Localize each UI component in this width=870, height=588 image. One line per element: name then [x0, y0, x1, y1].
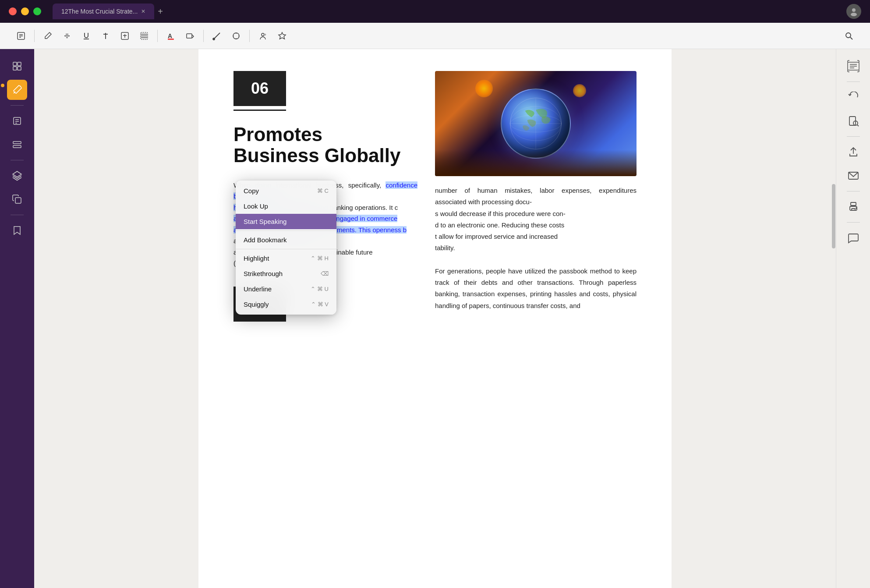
svg-rect-39: [15, 198, 21, 203]
sidebar-item-highlight[interactable]: [7, 80, 27, 100]
underline-icon[interactable]: [78, 28, 94, 44]
menu-item-copy-label: Copy: [244, 187, 259, 195]
text-icon[interactable]: [98, 28, 113, 44]
toolbar-divider-1: [34, 30, 35, 42]
person-icon[interactable]: [255, 28, 271, 44]
share-icon[interactable]: [843, 142, 863, 162]
scroll-track[interactable]: [831, 49, 836, 588]
strikethrough-icon[interactable]: [59, 28, 75, 44]
comment-icon[interactable]: [843, 228, 863, 248]
sidebar-item-list[interactable]: [7, 135, 27, 155]
right-text-paragraph: For generations, people have utilized th…: [435, 266, 637, 312]
svg-rect-55: [852, 209, 855, 210]
email-icon[interactable]: [843, 166, 863, 186]
svg-rect-27: [13, 62, 17, 66]
chapter-underline: [233, 110, 286, 111]
right-sidebar-divider-3: [847, 191, 860, 191]
menu-item-underline-shortcut: ⌃ ⌘ U: [311, 286, 329, 292]
right-column: number of human mistakes, labor expenses…: [435, 71, 637, 322]
menu-divider-1: [236, 230, 336, 231]
menu-item-highlight-label: Highlight: [244, 255, 269, 262]
svg-point-1: [851, 13, 857, 16]
sidebar-item-thumbnails[interactable]: [7, 56, 27, 76]
sidebar-left: [0, 49, 34, 588]
svg-point-21: [213, 38, 215, 40]
sidebar-item-copy[interactable]: [7, 189, 27, 209]
pen-icon[interactable]: [40, 28, 56, 44]
sidebar-item-bookmark[interactable]: [7, 220, 27, 241]
toolbar: A: [0, 23, 870, 49]
svg-rect-18: [168, 39, 174, 40]
traffic-lights: [9, 7, 41, 15]
note-icon[interactable]: [13, 28, 29, 44]
svg-line-26: [850, 37, 852, 39]
menu-item-speak[interactable]: Start Speaking: [236, 214, 336, 229]
toolbar-divider-2: [157, 30, 158, 42]
refresh-icon[interactable]: [843, 87, 863, 107]
close-button[interactable]: [9, 7, 17, 15]
sidebar-right: [836, 49, 870, 588]
print-icon[interactable]: [843, 197, 863, 217]
scroll-thumb[interactable]: [832, 184, 835, 249]
fill-color-icon[interactable]: [182, 28, 198, 44]
ocr-icon[interactable]: [843, 56, 863, 76]
text-box-icon[interactable]: [117, 28, 133, 44]
line-draw-icon[interactable]: [209, 28, 225, 44]
content-area: 06 Promotes Business Globally When doing…: [34, 49, 836, 588]
right-sidebar-divider-1: [847, 81, 860, 82]
svg-line-51: [857, 125, 859, 126]
svg-rect-29: [13, 67, 17, 70]
right-body-text: number of human mistakes, labor expenses…: [435, 185, 637, 312]
menu-item-lookup[interactable]: Look Up: [236, 198, 336, 214]
svg-rect-53: [851, 202, 856, 205]
text-color-icon[interactable]: A: [163, 28, 179, 44]
list-icon[interactable]: [136, 28, 152, 44]
tab-bar: 12The Most Crucial Strate... ✕ +: [53, 4, 846, 19]
menu-item-strikethrough[interactable]: Strikethrough ⌫: [236, 266, 336, 281]
menu-item-speak-label: Start Speaking: [244, 218, 286, 225]
sidebar-divider-3: [11, 215, 24, 215]
search-toolbar-icon[interactable]: [841, 28, 857, 44]
shape-icon[interactable]: [228, 28, 244, 44]
new-tab-button[interactable]: +: [158, 7, 163, 17]
menu-item-bookmark[interactable]: Add Bookmark: [236, 232, 336, 248]
svg-rect-28: [18, 62, 21, 66]
chapter-title: Promotes Business Globally: [233, 124, 417, 166]
lamp-light-1: [475, 80, 493, 97]
svg-rect-30: [18, 67, 21, 70]
tab-close-icon[interactable]: ✕: [141, 8, 145, 14]
globe-sphere: [501, 89, 571, 159]
menu-item-lookup-label: Look Up: [244, 202, 268, 210]
search-doc-icon[interactable]: [843, 111, 863, 131]
menu-item-squiggly-label: Squiggly: [244, 301, 269, 308]
stamp-icon[interactable]: [274, 28, 290, 44]
svg-point-25: [846, 33, 851, 38]
menu-item-highlight[interactable]: Highlight ⌃ ⌘ H: [236, 251, 336, 266]
menu-item-underline[interactable]: Underline ⌃ ⌘ U: [236, 281, 336, 297]
titlebar: 12The Most Crucial Strate... ✕ +: [0, 0, 870, 23]
svg-rect-19: [187, 34, 192, 38]
minimize-button[interactable]: [21, 7, 29, 15]
sidebar-item-layers[interactable]: [7, 166, 27, 186]
right-sidebar-divider-4: [847, 222, 860, 223]
chapter-title-line2: Business Globally: [233, 145, 400, 166]
svg-point-23: [262, 33, 264, 36]
lamp-light-2: [573, 84, 586, 97]
svg-point-0: [852, 8, 856, 12]
svg-line-20: [214, 33, 220, 39]
svg-point-56: [856, 208, 857, 209]
sidebar-item-notes[interactable]: [7, 111, 27, 131]
maximize-button[interactable]: [33, 7, 41, 15]
main-tab[interactable]: 12The Most Crucial Strate... ✕: [53, 4, 154, 19]
menu-item-bookmark-label: Add Bookmark: [244, 236, 286, 244]
svg-marker-38: [13, 171, 21, 177]
chapter-title-line1: Promotes: [233, 124, 322, 145]
avatar[interactable]: [846, 4, 861, 19]
tab-title: 12The Most Crucial Strate...: [61, 8, 138, 15]
right-sidebar-divider-2: [847, 136, 860, 137]
menu-item-copy-shortcut: ⌘ C: [317, 188, 329, 194]
sidebar-divider-2: [11, 160, 24, 160]
menu-item-copy[interactable]: Copy ⌘ C: [236, 183, 336, 198]
globe-visual: [435, 71, 637, 176]
menu-item-squiggly[interactable]: Squiggly ⌃ ⌘ V: [236, 297, 336, 312]
